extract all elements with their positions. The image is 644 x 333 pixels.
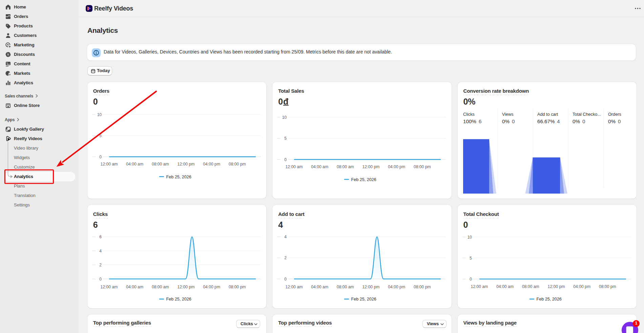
svg-text:12:00 pm: 12:00 pm (362, 285, 380, 289)
svg-text:5: 5 (99, 133, 102, 138)
svg-text:Add to cart: Add to cart (537, 112, 558, 117)
svg-text:Feb 25, 2026: Feb 25, 2026 (351, 297, 376, 302)
svg-text:0: 0 (618, 118, 621, 124)
svg-text:6: 6 (479, 118, 481, 124)
svg-text:Feb 25, 2026: Feb 25, 2026 (536, 297, 561, 302)
svg-text:0: 0 (99, 277, 102, 282)
svg-text:Total Checko...: Total Checko... (573, 112, 601, 117)
svg-text:4: 4 (285, 235, 287, 239)
svg-text:08:00 pm: 08:00 pm (229, 285, 246, 289)
svg-text:12:00 pm: 12:00 pm (362, 164, 380, 169)
svg-text:08:00 pm: 08:00 pm (599, 284, 616, 289)
svg-text:5: 5 (470, 256, 472, 261)
svg-text:04:00 am: 04:00 am (126, 285, 143, 289)
svg-text:0: 0 (582, 118, 585, 124)
svg-text:Feb 25, 2026: Feb 25, 2026 (166, 297, 191, 302)
svg-text:0: 0 (470, 277, 472, 282)
svg-text:12:00 am: 12:00 am (100, 162, 118, 166)
svg-text:0%: 0% (573, 118, 580, 124)
svg-text:0%: 0% (608, 118, 616, 124)
svg-text:12:00 am: 12:00 am (286, 285, 303, 289)
svg-text:0: 0 (512, 118, 515, 124)
svg-text:Feb 25, 2026: Feb 25, 2026 (351, 177, 376, 182)
svg-text:04:00 am: 04:00 am (311, 164, 328, 169)
svg-text:12:00 pm: 12:00 pm (177, 162, 194, 166)
svg-text:04:00 am: 04:00 am (311, 285, 328, 289)
svg-text:08:00 pm: 08:00 pm (414, 164, 431, 169)
svg-text:12:00 pm: 12:00 pm (547, 284, 565, 289)
svg-text:08:00 am: 08:00 am (522, 284, 539, 289)
svg-text:12:00 pm: 12:00 pm (177, 285, 194, 289)
svg-text:6: 6 (99, 235, 102, 239)
svg-text:0: 0 (285, 277, 287, 282)
svg-text:4: 4 (557, 118, 560, 124)
svg-text:04:00 pm: 04:00 pm (388, 285, 405, 289)
svg-text:08:00 am: 08:00 am (337, 164, 354, 169)
svg-text:Clicks: Clicks (463, 112, 475, 117)
svg-text:04:00 pm: 04:00 pm (203, 162, 220, 166)
svg-text:04:00 am: 04:00 am (126, 162, 143, 166)
svg-text:2: 2 (285, 256, 287, 260)
svg-text:Views: Views (502, 112, 514, 117)
svg-text:2: 2 (99, 263, 102, 267)
svg-text:10: 10 (467, 235, 472, 240)
svg-text:04:00 pm: 04:00 pm (388, 164, 405, 169)
svg-text:08:00 pm: 08:00 pm (229, 162, 246, 166)
svg-text:04:00 am: 04:00 am (496, 284, 514, 289)
svg-text:04:00 pm: 04:00 pm (573, 284, 590, 289)
svg-text:08:00 pm: 08:00 pm (414, 285, 431, 289)
svg-text:08:00 am: 08:00 am (152, 285, 169, 289)
svg-text:12:00 am: 12:00 am (100, 285, 118, 289)
svg-text:04:00 pm: 04:00 pm (203, 285, 220, 289)
svg-text:0: 0 (285, 157, 287, 162)
svg-text:12:00 am: 12:00 am (286, 164, 303, 169)
svg-text:100%: 100% (463, 118, 476, 124)
svg-text:10: 10 (97, 112, 102, 117)
svg-text:08:00 am: 08:00 am (337, 285, 354, 289)
svg-text:Orders: Orders (608, 112, 621, 117)
svg-text:5: 5 (285, 136, 287, 141)
svg-text:0%: 0% (502, 118, 510, 124)
svg-text:66.67%: 66.67% (537, 118, 555, 124)
svg-text:10: 10 (282, 115, 287, 119)
svg-text:0: 0 (99, 154, 102, 159)
svg-text:08:00 am: 08:00 am (152, 162, 169, 166)
svg-text:12:00 am: 12:00 am (471, 284, 488, 289)
svg-text:Feb 25, 2026: Feb 25, 2026 (166, 174, 191, 179)
svg-text:4: 4 (99, 249, 102, 253)
